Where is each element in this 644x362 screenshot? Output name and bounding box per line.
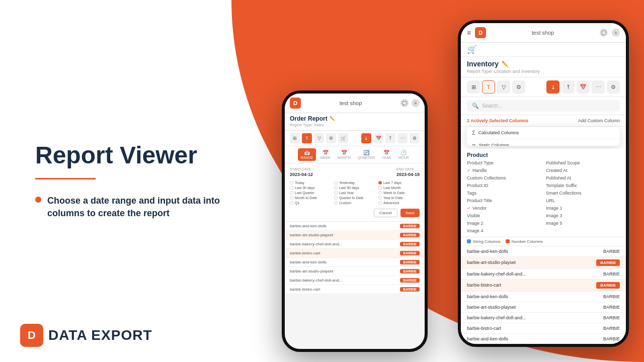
date-opt-last7[interactable]: Last 7 days (378, 181, 420, 185)
date-opt-last30[interactable]: Last 30 days (290, 186, 331, 190)
col-template-suffix[interactable]: Template Suffix (546, 183, 620, 189)
filter-icon-btn[interactable]: ▽ (314, 133, 324, 143)
toolbar-buttons: ⊞ T ▽ ⚙ 🛒 (290, 133, 348, 143)
col-image5[interactable]: Image 5 (546, 220, 620, 226)
inv-settings-btn[interactable]: ⚙ (512, 80, 525, 94)
start-date-value: 2023-04-12 (290, 172, 313, 177)
date-opt-weektodate[interactable]: Week to Date (378, 191, 420, 195)
tab-month[interactable]: 📅 MONTH (335, 148, 354, 161)
col-product-title[interactable]: Product Title (467, 198, 541, 204)
col-custom-collections[interactable]: Custom Collections (467, 175, 541, 181)
table-icon-btn[interactable]: ⊞ (290, 133, 300, 143)
date-opt-lastmonth[interactable]: Last Month (378, 186, 420, 190)
search-bar[interactable]: 🔍 Search... (467, 100, 620, 112)
string-legend-dot (467, 239, 471, 243)
edit-icon[interactable]: ✏️ (330, 116, 335, 121)
phone-left-screen: D test shop 💬 ≡ Order Report ✏️ Report T… (285, 94, 425, 349)
inv-subtitle: Report Type: Location and Inventory (467, 69, 620, 74)
inv-toolbar: ⊞ T ▽ ⚙ ⤓ ⤒ 📅 ⋯ ⚙ (461, 77, 626, 97)
table-row: barbie-bistro-cart BARBIE (285, 249, 425, 258)
inv-text-btn[interactable]: T (482, 80, 495, 94)
col-url[interactable]: URL (546, 198, 620, 204)
inv-table-btn[interactable]: ⊞ (467, 80, 480, 94)
upload-btn[interactable]: ⤒ (385, 133, 395, 143)
order-report-subtitle: Report Type: Sales (290, 123, 420, 127)
tab-hour[interactable]: 🕐 HOUR (395, 148, 412, 161)
col-image4[interactable]: Image 4 (467, 228, 541, 234)
text-icon-btn[interactable]: T (302, 133, 312, 143)
inv-filter-btn[interactable]: ▽ (497, 80, 510, 94)
date-opt-lastyear[interactable]: Last Year (334, 191, 375, 195)
download-btn[interactable]: ⤓ (361, 133, 371, 143)
inv-table-row: barbie-art-studio-playset BARBIE (461, 257, 626, 269)
search-icon: 🔍 (472, 103, 479, 109)
logo-area: D DATA EXPORT (20, 324, 152, 347)
tab-year[interactable]: 📅 YEAR (379, 148, 394, 161)
col-smart-collections[interactable]: Smart Collections (546, 190, 620, 196)
col-image2[interactable]: Image 2 (467, 220, 541, 226)
static-columns-label: Static Columns (479, 143, 510, 146)
more-btn[interactable]: ⋯ (397, 133, 408, 143)
col-product-id[interactable]: Product ID (467, 183, 541, 189)
col-visible[interactable]: Visible (467, 213, 541, 219)
calculated-columns-item[interactable]: Σ Calculated Columns (467, 127, 620, 139)
table-row: barbie-bakery-chef-doll-and... BARBIE (285, 240, 425, 249)
gear-btn-right[interactable]: ⚙ (410, 133, 420, 143)
col-image3[interactable]: Image 3 (546, 213, 620, 219)
static-columns-item[interactable]: π Static Columns (467, 139, 620, 146)
date-opt-last90[interactable]: Last 90 days (334, 186, 375, 190)
add-custom-column-btn[interactable]: Add Custom Column (578, 118, 620, 123)
inv-menu-dots[interactable]: ≡ (612, 29, 620, 37)
col-handle[interactable]: ✓ Handle (467, 167, 541, 173)
tab-range[interactable]: 📅 RANGE (298, 148, 316, 161)
pi-icon: π (472, 142, 476, 146)
inv-edit-icon[interactable]: ✏️ (502, 61, 509, 67)
date-opt-q1[interactable]: Q1 (290, 201, 331, 205)
column-list-container: Product Product Type Published Scope ✓ H… (461, 149, 626, 237)
menu-icon[interactable]: ≡ (412, 99, 420, 107)
table-row: barbie-bistro-cart BARBIE (285, 285, 425, 294)
inv-toolbar-right: ⤓ ⤒ 📅 ⋯ ⚙ (546, 80, 620, 94)
date-opt-quartertodate[interactable]: Quarter to Date (334, 196, 375, 200)
calendar-btn[interactable]: 📅 (373, 133, 383, 143)
date-opt-yeartodate[interactable]: Year to Date (378, 196, 420, 200)
number-columns-label: Number Columns (512, 239, 543, 244)
col-tags[interactable]: Tags (467, 190, 541, 196)
col-vendor[interactable]: ✓ Vendor (467, 205, 541, 211)
inv-table-row: barbie-and-ken-dolls BARBIE (461, 246, 626, 257)
hamburger-icon[interactable]: ≡ (467, 29, 471, 37)
col-published-at[interactable]: Published At (546, 175, 620, 181)
inv-upload-btn[interactable]: ⤒ (561, 80, 575, 94)
date-opt-today[interactable]: Today (290, 181, 331, 185)
col-product-type[interactable]: Product Type (467, 160, 541, 166)
date-opt-advanced[interactable]: Advanced (378, 201, 420, 205)
col-created-at[interactable]: Created At (546, 167, 620, 173)
cart-icon-btn[interactable]: 🛒 (338, 133, 348, 143)
logo-icon: D (20, 324, 43, 347)
inv-chat-icon[interactable]: 💬 (600, 29, 608, 37)
tab-quarter[interactable]: 🔄 QUARTER (355, 148, 378, 161)
date-opt-custom[interactable]: Custom (334, 201, 375, 205)
phone-left-header: D test shop 💬 ≡ (285, 94, 425, 113)
date-button-row: Cancel Save (290, 209, 420, 217)
number-columns-legend: Number Columns (506, 239, 543, 244)
col-published-scope[interactable]: Published Scope (546, 160, 620, 166)
headline-underline (35, 178, 96, 179)
inv-calendar-btn[interactable]: 📅 (577, 80, 590, 94)
inv-more-btn[interactable]: ⋯ (592, 80, 605, 94)
date-opt-yesterday[interactable]: Yesterday (334, 181, 375, 185)
end-date-label: END DATE (396, 167, 420, 171)
date-opt-lastquarter[interactable]: Last Quarter (290, 191, 331, 195)
cart-icon[interactable]: 🛒 (467, 45, 477, 54)
inv-download-btn[interactable]: ⤓ (546, 80, 559, 94)
inv-table-row: barbie-and-ken-dolls BARBIE (461, 334, 626, 344)
cancel-button[interactable]: Cancel (374, 209, 397, 217)
phone-left-logo: D (290, 98, 301, 109)
col-image1[interactable]: Image 1 (546, 205, 620, 211)
settings-icon-btn[interactable]: ⚙ (326, 133, 336, 143)
chat-icon[interactable]: 💬 (400, 99, 409, 107)
inv-gear-btn[interactable]: ⚙ (607, 80, 620, 94)
tab-week[interactable]: 📅 WEEK (317, 148, 334, 161)
save-button[interactable]: Save (400, 209, 420, 217)
date-opt-monthtodate[interactable]: Month to Date (290, 196, 331, 200)
